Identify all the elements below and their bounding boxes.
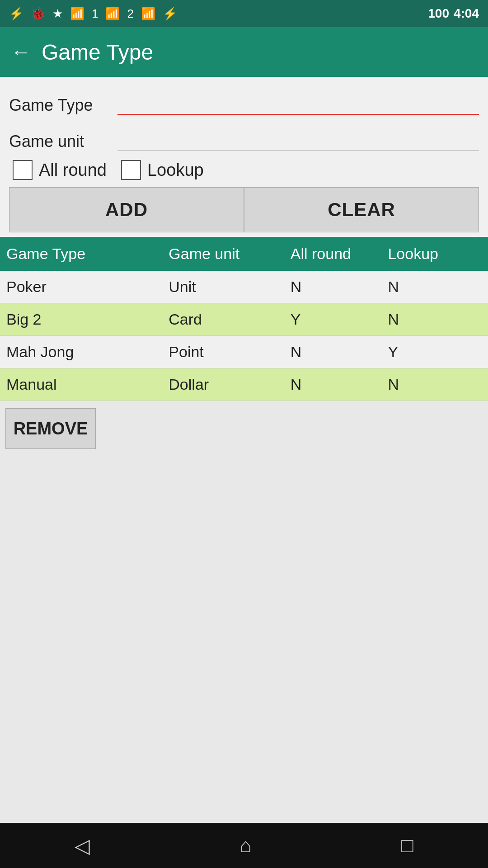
bottom-nav: ◁ ⌂ □: [0, 823, 488, 868]
button-row: ADD CLEAR: [9, 187, 479, 232]
data-table: Game Type Game unit All round Lookup Pok…: [0, 237, 488, 401]
game-unit-label: Game unit: [9, 132, 117, 151]
table-row[interactable]: Big 2 Card Y N: [0, 303, 488, 336]
sim2-icon: 2: [127, 7, 133, 21]
home-nav-icon[interactable]: ⌂: [239, 834, 252, 857]
col-header-game-unit: Game unit: [167, 241, 289, 266]
table-body: Poker Unit N N Big 2 Card Y N Mah Jong P…: [0, 271, 488, 401]
wifi-icon: 📶: [70, 7, 84, 21]
cell-lookup: Y: [386, 339, 483, 365]
add-button[interactable]: ADD: [9, 187, 244, 232]
status-left-icons: ⚡ 🐞 ★ 📶 1 📶 2 📶 ⚡: [9, 7, 177, 21]
checkbox-row: All round Lookup: [9, 160, 479, 180]
back-button[interactable]: ←: [11, 41, 31, 63]
recents-nav-icon[interactable]: □: [401, 834, 413, 857]
form-area: Game Type Game unit All round Lookup ADD…: [0, 77, 488, 237]
battery-indicator: 100: [428, 6, 449, 21]
clear-button[interactable]: CLEAR: [244, 187, 479, 232]
col-header-lookup: Lookup: [386, 241, 483, 266]
table-header: Game Type Game unit All round Lookup: [0, 237, 488, 271]
game-type-label: Game Type: [9, 96, 117, 115]
status-bar: ⚡ 🐞 ★ 📶 1 📶 2 📶 ⚡ 100 4:04: [0, 0, 488, 27]
cell-game-type: Mah Jong: [5, 339, 167, 365]
lookup-checkbox[interactable]: [121, 160, 141, 180]
cell-game-type: Big 2: [5, 306, 167, 333]
table-row[interactable]: Manual Dollar N N: [0, 368, 488, 401]
cell-game-type: Poker: [5, 274, 167, 300]
game-unit-row: Game unit: [9, 124, 479, 151]
cell-lookup: N: [386, 274, 483, 300]
sim1-icon: 1: [92, 7, 98, 21]
app-bar: ← Game Type: [0, 27, 488, 77]
cell-game-unit: Unit: [167, 274, 289, 300]
lookup-label: Lookup: [147, 160, 204, 180]
signal1-icon: 📶: [105, 7, 120, 21]
usb-icon: ⚡: [9, 7, 23, 21]
table-row[interactable]: Poker Unit N N: [0, 271, 488, 303]
page-title: Game Type: [42, 40, 153, 65]
table-row[interactable]: Mah Jong Point N Y: [0, 336, 488, 368]
cell-all-round: N: [289, 274, 386, 300]
all-round-checkbox[interactable]: [13, 160, 33, 180]
game-type-row: Game Type: [9, 88, 479, 115]
all-round-label: All round: [39, 160, 107, 180]
col-header-game-type: Game Type: [5, 241, 167, 266]
star-icon: ★: [52, 7, 63, 21]
all-round-checkbox-item[interactable]: All round: [13, 160, 107, 180]
cell-all-round: N: [289, 339, 386, 365]
content-area: [0, 456, 488, 823]
game-type-input[interactable]: [117, 88, 479, 115]
cell-game-unit: Card: [167, 306, 289, 333]
game-unit-input[interactable]: [117, 124, 479, 151]
back-nav-icon[interactable]: ◁: [75, 834, 90, 857]
bug-icon: 🐞: [31, 7, 45, 21]
lookup-checkbox-item[interactable]: Lookup: [121, 160, 204, 180]
cell-lookup: N: [386, 306, 483, 333]
remove-button[interactable]: REMOVE: [5, 408, 96, 449]
cell-all-round: N: [289, 371, 386, 398]
cell-game-unit: Point: [167, 339, 289, 365]
cell-all-round: Y: [289, 306, 386, 333]
cell-game-type: Manual: [5, 371, 167, 398]
col-header-all-round: All round: [289, 241, 386, 266]
cell-lookup: N: [386, 371, 483, 398]
status-right: 100 4:04: [428, 6, 479, 21]
bolt-icon: ⚡: [163, 7, 177, 21]
cell-game-unit: Dollar: [167, 371, 289, 398]
clock: 4:04: [454, 6, 479, 21]
signal2-icon: 📶: [141, 7, 155, 21]
